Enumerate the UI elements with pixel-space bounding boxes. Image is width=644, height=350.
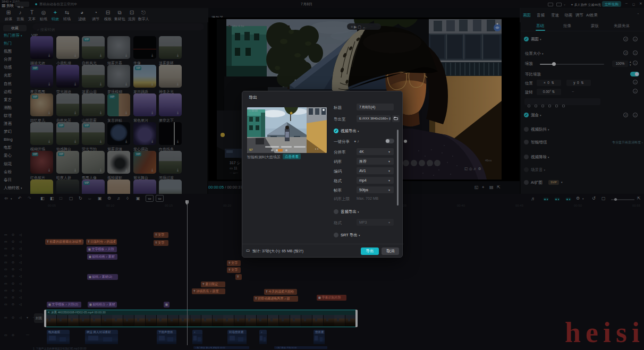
svg-text:◐◑: ◐◑ <box>315 147 318 150</box>
svg-text:▭ 00:00: ▭ 00:00 <box>249 109 258 112</box>
svg-text:57: 57 <box>249 148 253 151</box>
